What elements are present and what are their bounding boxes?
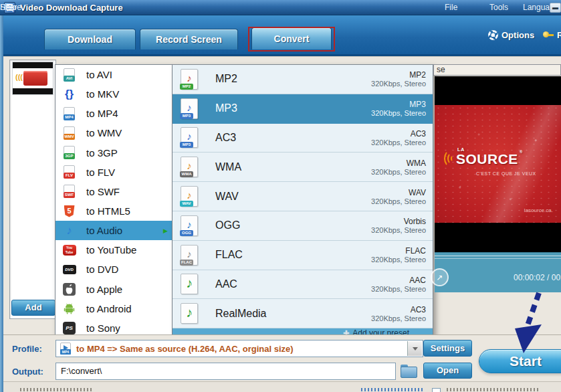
media-list-panel[interactable]: ((( (9, 60, 56, 319)
title-bar: Video Download Capture File Tools Langua… (0, 0, 561, 15)
aac-file-icon: ♪ (181, 274, 198, 294)
camera-image (23, 71, 47, 86)
format-menu-item-to-android[interactable]: to Android (55, 299, 172, 318)
audio-note-icon: ♪ (62, 223, 76, 237)
wav-file-icon: ♪ WAV (181, 186, 198, 207)
profile-label: Profile: (12, 344, 52, 354)
mp4-profile-icon (60, 342, 71, 355)
output-label: Output: (12, 367, 52, 377)
apple-icon (62, 282, 76, 296)
preset-item-ogg[interactable]: ♪ OGG OGG Vorbis 320Kbps, Stereo (173, 211, 433, 241)
expand-icon[interactable]: ↗ (431, 268, 449, 286)
video-thumbnail[interactable]: ((( (12, 62, 53, 95)
mkv-braces-icon: {} (62, 87, 76, 101)
sony-playstation-icon: PS (62, 321, 76, 335)
avi-file-icon: AVI (62, 68, 76, 82)
source-arcs-icon (444, 147, 455, 170)
chevron-down-icon[interactable] (407, 341, 422, 356)
format-menu-item-to-mp4[interactable]: MP4 to MP4 (55, 104, 172, 123)
tab-record-screen[interactable]: Record Screen (140, 29, 238, 50)
format-menu-item-to-audio[interactable]: ♪ to Audio ▶ (55, 221, 172, 240)
video-preview[interactable]: LASOURCE® C'EST CE QUE JE VEUX lasource.… (435, 76, 561, 252)
open-button[interactable]: Open (423, 363, 472, 379)
signal-arcs-icon: ((( (15, 73, 23, 84)
audio-preset-menu: ♪ MP2 MP2 MP2 320Kbps, Stereo ♪ MP3 MP3 … (173, 64, 433, 338)
register-key-icon (543, 31, 554, 38)
settings-button[interactable]: Settings (423, 340, 472, 357)
clipped-status-text (20, 388, 94, 391)
format-menu: AVI to AVI {} to MKV MP4 to MP4 WMV to W… (55, 64, 173, 338)
mp2-file-icon: ♪ MP2 (181, 69, 198, 90)
realmedia-file-icon: ♪ (181, 303, 198, 324)
format-menu-item-to-dvd[interactable]: DVD to DVD (55, 260, 172, 279)
preset-item-wav[interactable]: ♪ WAV WAV WAV 320Kbps, Stereo (173, 182, 433, 211)
flac-file-icon: ♪ FLAC (181, 245, 198, 266)
format-menu-item-to-apple[interactable]: to Apple (55, 280, 172, 299)
menu-tools[interactable]: Tools (489, 0, 508, 15)
preset-item-mp2[interactable]: ♪ MP2 MP2 MP2 320Kbps, Stereo (173, 65, 433, 94)
submenu-arrow-icon: ▶ (163, 227, 168, 234)
watermark-text: lasource.ca. (524, 207, 553, 213)
status-bar-clipped (3, 381, 561, 392)
menu-help[interactable]: Help (0, 0, 17, 15)
clipped-checkbox[interactable] (432, 388, 441, 392)
playback-control-bar: ↗ 00:00:02 / 00:0 (435, 252, 561, 292)
wma-file-icon: ♪ WMA (181, 157, 198, 177)
brand-slogan: C'EST CE QUE JE VEUX (476, 171, 536, 176)
clipped-option-text (447, 388, 540, 391)
output-path-input[interactable]: F:\convert\ (55, 363, 396, 380)
dvd-icon: DVD (62, 262, 76, 276)
format-menu-item-to-3gp[interactable]: 3GP to 3GP (55, 143, 172, 163)
preview-header-text: se (437, 65, 445, 74)
add-video-button[interactable]: Add (11, 300, 55, 316)
preset-item-aac[interactable]: ♪ AAC AAC 320Kbps, Stereo (173, 270, 433, 300)
playback-timestamp: 00:00:02 / 00:0 (514, 273, 561, 282)
tab-convert[interactable]: Convert (251, 27, 332, 50)
tab-download[interactable]: Download (44, 29, 136, 50)
toolbar: Download Record Screen Convert Options R (0, 15, 561, 56)
mp4-file-icon: MP4 (62, 106, 76, 120)
format-menu-item-to-swf[interactable]: SWF to SWF (55, 182, 172, 201)
register-button-partial[interactable]: R (557, 30, 561, 40)
format-menu-item-to-youtube[interactable]: YouTube to YouTube (55, 240, 172, 260)
android-icon (62, 302, 76, 316)
format-menu-item-to-wmv[interactable]: WMV to WMV (55, 123, 172, 142)
ogg-file-icon: ♪ OGG (181, 215, 198, 236)
profile-dropdown[interactable]: to MP4 => Same as source (H.264, AAC, or… (55, 340, 423, 357)
preset-item-flac[interactable]: ♪ FLAC FLAC FLAC 320Kbps, Stereo (173, 241, 433, 270)
preset-item-ac3[interactable]: ♪ MP3 AC3 AC3 320Kbps, Stereo (173, 124, 433, 153)
format-menu-item-to-flv[interactable]: FLV to FLV (55, 163, 172, 182)
video-frame: LASOURCE® C'EST CE QUE JE VEUX lasource.… (435, 105, 561, 223)
gear-icon (488, 30, 498, 40)
youtube-icon: YouTube (62, 243, 76, 257)
preset-item-wma[interactable]: ♪ WMA WMA WMA 320Kbps, Stereo (173, 153, 433, 182)
wmv-file-icon: WMV (62, 126, 76, 140)
preset-item-mp3[interactable]: ♪ MP3 MP3 MP3 320Kbps, Stereo (173, 94, 433, 124)
preset-item-realmedia[interactable]: ♪ RealMedia AC3 320Kbps, Stereo (173, 299, 433, 328)
html5-shield-icon: 5 (62, 204, 76, 218)
3gp-file-icon: 3GP (62, 146, 76, 160)
options-button[interactable]: Options (501, 30, 534, 40)
preview-header: se (433, 64, 561, 76)
ac3-file-icon: ♪ MP3 (181, 127, 198, 148)
mp3-file-icon: ♪ MP3 (181, 98, 198, 119)
app-title: Video Download Capture (20, 0, 123, 15)
minimize-button[interactable]: ▬ (550, 3, 561, 13)
clipped-link-text (361, 388, 425, 391)
folder-browse-icon[interactable] (401, 365, 417, 377)
flv-file-icon: FLV (62, 165, 76, 179)
format-menu-item-to-avi[interactable]: AVI to AVI (55, 65, 172, 84)
bottom-panel: Profile: to MP4 => Same as source (H.264… (3, 334, 561, 381)
menu-file[interactable]: File (445, 0, 457, 15)
start-button[interactable]: Start (479, 349, 561, 373)
brand-logo: LASOURCE® (456, 152, 518, 166)
format-menu-item-to-mkv[interactable]: {} to MKV (55, 84, 172, 104)
format-menu-item-to-html5[interactable]: 5 to HTML5 (55, 201, 172, 221)
profile-value: to MP4 => Same as source (H.264, AAC, or… (76, 344, 294, 354)
swf-file-icon: SWF (62, 185, 76, 199)
